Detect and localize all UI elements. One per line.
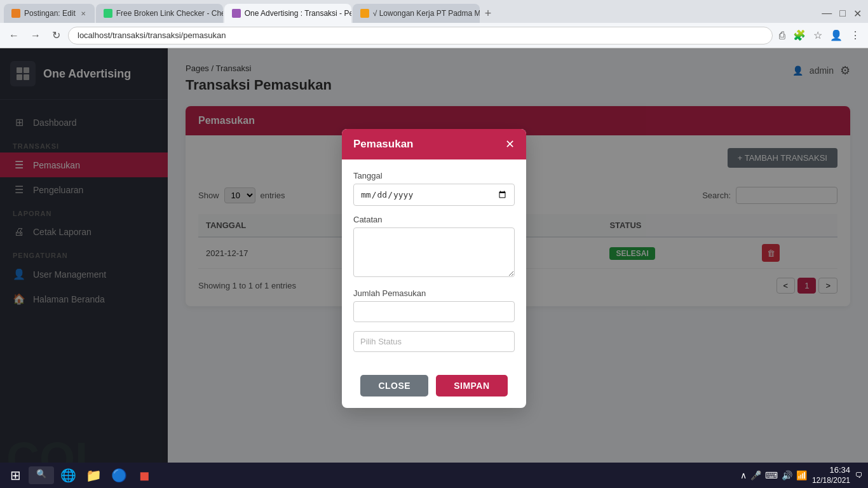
taskbar-chrome-icon[interactable]: 🌐 [57,464,79,487]
status-group: Pilih Status SELESAI PROSES [353,331,515,352]
profile-icon[interactable]: 👤 [827,27,845,44]
volume-icon[interactable]: 🔊 [782,470,792,480]
tanggal-input[interactable] [353,184,515,206]
tab-favicon-2 [104,9,112,18]
tab-1[interactable]: Postingan: Edit ✕ [4,4,95,23]
modal-overlay: Pemasukan ✕ Tanggal Catatan Jumlah Pemas… [0,48,868,488]
cast-icon[interactable]: ⎙ [776,27,788,44]
bookmark-icon[interactable]: ☆ [811,27,825,44]
address-bar[interactable] [68,27,773,44]
jumlah-label: Jumlah Pemasukan [353,288,515,298]
catatan-input[interactable] [353,227,515,277]
browser-nav-bar: ← → ↻ ⎙ 🧩 ☆ 👤 ⋮ [0,23,868,48]
taskbar-app-icon[interactable]: ◼ [133,464,156,487]
keyboard-icon: ⌨ [765,470,778,480]
app-icon: ◼ [139,468,150,483]
chevron-up-icon[interactable]: ∧ [740,470,747,480]
notification-icon[interactable]: 🗨 [855,471,863,480]
taskbar-search[interactable]: 🔍 [29,466,54,484]
taskbar-sys-icons: ∧ 🎤 ⌨ 🔊 📶 [740,470,807,480]
modal-title: Pemasukan [353,138,414,151]
taskbar-chrome2-icon[interactable]: 🔵 [107,464,130,487]
date-display: 12/18/2021 [812,476,850,486]
new-tab-button[interactable]: + [481,7,496,20]
taskbar-explorer-icon[interactable]: 📁 [82,464,105,487]
modal-header: Pemasukan ✕ [342,129,526,159]
taskbar-right: ∧ 🎤 ⌨ 🔊 📶 16:34 12/18/2021 🗨 [740,465,863,485]
forward-button[interactable]: → [27,27,44,44]
tab-3[interactable]: One Advertising : Transaksi - Pem... ✕ [224,4,351,23]
tab-close-1[interactable]: ✕ [79,10,87,17]
taskbar-time[interactable]: 16:34 12/18/2021 [812,465,850,485]
pemasukan-modal: Pemasukan ✕ Tanggal Catatan Jumlah Pemas… [342,129,526,408]
time-display: 16:34 [812,465,850,476]
start-button[interactable]: ⊞ [5,465,26,485]
close-window-button[interactable]: ✕ [851,5,864,22]
tanggal-label: Tanggal [353,171,515,180]
mic-icon: 🎤 [750,470,761,480]
catatan-group: Catatan [353,215,515,280]
browser-tab-bar: Postingan: Edit ✕ Free Broken Link Check… [0,0,868,23]
maximize-button[interactable]: □ [837,5,848,22]
tab-favicon-3 [232,9,241,18]
modal-body: Tanggal Catatan Jumlah Pemasukan Pilih S… [342,159,526,367]
status-select[interactable]: Pilih Status SELESAI PROSES [353,331,515,352]
jumlah-group: Jumlah Pemasukan [353,288,515,322]
tab-label-3: One Advertising : Transaksi - Pem... [245,9,351,18]
tab-label-4: √ Lowongan Kerja PT Padma Mit... [373,9,480,18]
tanggal-group: Tanggal [353,171,515,206]
simpan-button[interactable]: SIMPAN [436,375,507,396]
tab-label-2: Free Broken Link Checker - Chec... [116,9,223,18]
explorer-icon: 📁 [86,468,102,483]
taskbar: ⊞ 🔍 🌐 📁 🔵 ◼ ∧ 🎤 ⌨ 🔊 📶 16:34 12/18/2021 🗨 [0,463,868,488]
browser-nav-icons: ⎙ 🧩 ☆ 👤 ⋮ [776,27,863,44]
menu-icon[interactable]: ⋮ [848,27,863,44]
modal-footer: CLOSE SIMPAN [342,367,526,408]
jumlah-input[interactable] [353,301,515,322]
chrome-icon: 🌐 [60,468,76,483]
minimize-button[interactable]: — [819,5,834,22]
browser-chrome: Postingan: Edit ✕ Free Broken Link Check… [0,0,868,48]
back-button[interactable]: ← [5,27,23,44]
tab-label-1: Postingan: Edit [24,9,76,18]
close-modal-button[interactable]: CLOSE [360,375,428,396]
tab-2[interactable]: Free Broken Link Checker - Chec... ✕ [96,4,223,23]
wifi-icon[interactable]: 📶 [796,470,807,480]
tab-4[interactable]: √ Lowongan Kerja PT Padma Mit... ✕ [353,4,480,23]
modal-x-button[interactable]: ✕ [505,139,515,150]
refresh-button[interactable]: ↻ [48,27,64,44]
catatan-label: Catatan [353,215,515,224]
tab-favicon-4 [360,9,369,18]
chrome2-icon: 🔵 [111,468,127,483]
tab-favicon-1 [11,9,20,18]
extensions-icon[interactable]: 🧩 [790,27,808,44]
